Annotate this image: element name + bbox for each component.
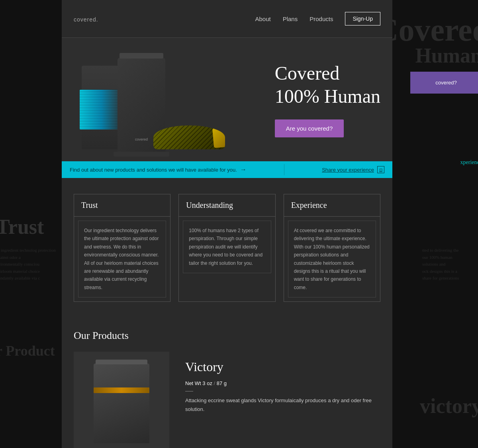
bleed-ingredient-text: ur ingredient technolog protection again… xyxy=(0,247,60,282)
nav-about[interactable]: About xyxy=(255,16,270,22)
navbar: covered. About Plans Products Sign-Up xyxy=(62,0,392,38)
banner-share[interactable]: Share your experience ⊡ xyxy=(322,166,384,173)
trust-text: Our ingredient technology delivers the u… xyxy=(84,227,160,291)
trust-body: Our ingredient technology delivers the u… xyxy=(78,221,166,297)
hero-title: Covered 100% Human xyxy=(275,62,380,108)
features-section: Trust Our ingredient technology delivers… xyxy=(62,178,392,318)
nav-links: About Plans Products Sign-Up xyxy=(255,12,380,25)
main-wrapper: covered. About Plans Products Sign-Up co… xyxy=(62,0,392,448)
victory-product-row: Victory Net Wt 3 oz / 87 g Attacking ecc… xyxy=(74,352,380,448)
product-divider xyxy=(185,391,193,391)
product-base xyxy=(114,152,169,157)
experience-text: At covered we are committed to deliverin… xyxy=(294,227,370,291)
banner-message: Find out about new products and solution… xyxy=(70,166,247,173)
brand-logo: covered. xyxy=(74,14,98,24)
product-bottom xyxy=(153,125,225,149)
bleed-products-text: r Product xyxy=(0,342,55,359)
bleed-trust-text: Trust xyxy=(0,215,44,239)
banner-divider xyxy=(284,164,284,175)
nav-products[interactable]: Products xyxy=(310,16,333,22)
feature-experience: Experience At covered we are committed t… xyxy=(284,194,380,302)
hero-section: covered Covered 100% Human Are you cover… xyxy=(62,38,392,161)
experience-title: Experience xyxy=(284,194,380,217)
victory-weight: Net Wt 3 oz / 87 g xyxy=(185,380,380,386)
product-label: covered xyxy=(135,137,148,141)
product-top xyxy=(120,53,163,59)
weight-oz: Net Wt 3 oz xyxy=(185,380,212,386)
banner-arrow-icon: → xyxy=(240,166,247,173)
bleed-victory-text: victory xyxy=(420,394,478,418)
info-banner: Find out about new products and solution… xyxy=(62,161,392,178)
understanding-text: 100% of humans have 2 types of perspirat… xyxy=(189,227,265,267)
product-side xyxy=(82,66,121,149)
share-icon: ⊡ xyxy=(377,166,384,173)
products-section-title: Our Products xyxy=(74,330,380,342)
victory-top xyxy=(96,360,147,364)
trust-title: Trust xyxy=(74,194,170,217)
feature-trust: Trust Our ingredient technology delivers… xyxy=(74,194,170,302)
bleed-covered-text: Covered xyxy=(392,12,478,48)
experience-body: At covered we are committed to deliverin… xyxy=(288,221,376,297)
victory-image xyxy=(74,352,169,448)
nav-plans[interactable]: Plans xyxy=(283,16,298,22)
signup-button[interactable]: Sign-Up xyxy=(345,12,380,25)
bleed-right: Covered Human covered? xperience tted to… xyxy=(392,0,478,448)
victory-box xyxy=(94,364,149,443)
victory-name: Victory xyxy=(185,360,380,374)
victory-band xyxy=(94,387,149,393)
logo-text: covered. xyxy=(74,16,98,23)
victory-info: Victory Net Wt 3 oz / 87 g Attacking ecc… xyxy=(185,352,380,414)
understanding-body: 100% of humans have 2 types of perspirat… xyxy=(183,221,271,273)
product-lines xyxy=(80,90,123,129)
hero-product-display: covered xyxy=(70,46,237,161)
bleed-covered-box: covered? xyxy=(410,72,478,94)
victory-product-visual xyxy=(74,352,169,448)
bleed-covered-question: covered? xyxy=(435,80,456,86)
hero-cta-button[interactable]: Are you covered? xyxy=(275,119,344,137)
understanding-title: Understanding xyxy=(179,194,275,217)
product-accent xyxy=(212,127,225,148)
feature-understanding: Understanding 100% of humans have 2 type… xyxy=(178,194,275,302)
bleed-human-text: Human xyxy=(415,44,478,67)
bleed-left: Trust ur ingredient technolog protection… xyxy=(0,0,62,448)
weight-g: 87 g xyxy=(217,380,227,386)
victory-description: Attacking eccrine sweat glands Victory f… xyxy=(185,396,380,414)
banner-text: Find out about new products and solution… xyxy=(70,167,237,173)
share-text: Share your experience xyxy=(322,167,374,173)
bleed-banner-text: xperience xyxy=(460,159,478,166)
hero-text: Covered 100% Human Are you covered? xyxy=(275,62,380,137)
bleed-experience-text: tted to delivering theour 100% humansolu… xyxy=(422,247,478,282)
our-products-section: Our Products Victory Net Wt 3 oz / xyxy=(62,318,392,448)
